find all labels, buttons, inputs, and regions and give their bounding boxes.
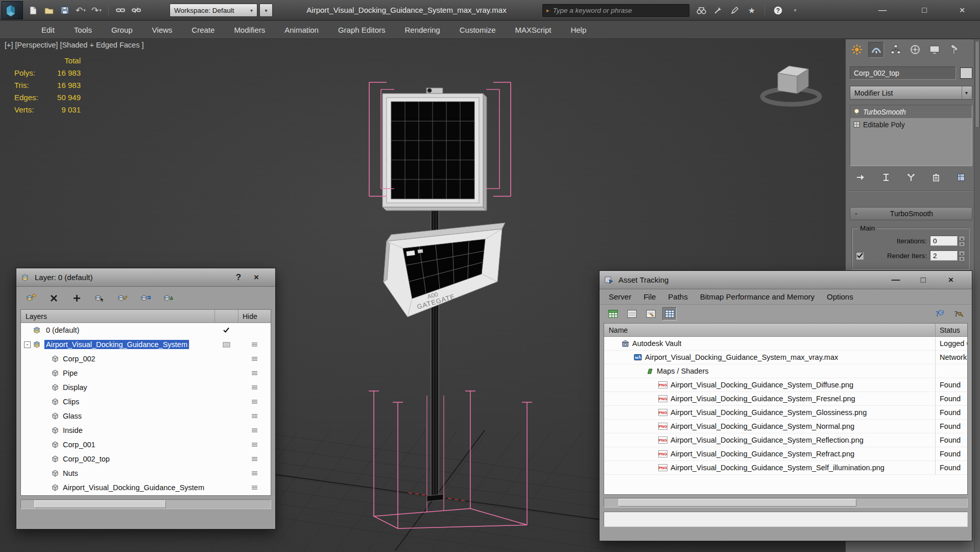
menu-group[interactable]: Group [102, 21, 142, 39]
help-key-button[interactable]: ? [951, 307, 966, 320]
menu-rendering[interactable]: Rendering [395, 21, 449, 39]
asset-dialog-titlebar[interactable]: Asset Tracking — □ × [600, 271, 972, 289]
spinner[interactable]: ▴▾ [959, 250, 965, 261]
create-new-layer-button[interactable] [23, 291, 38, 305]
asset-menu-bitmap-performance-and-memory[interactable]: Bitmap Performance and Memory [694, 292, 821, 301]
layer-row[interactable]: Display [21, 380, 271, 395]
tab-display-icon[interactable] [926, 42, 942, 58]
maximize-button[interactable]: □ [910, 0, 939, 20]
menu-views[interactable]: Views [142, 21, 182, 39]
help-dropdown-icon[interactable]: ▾ [788, 3, 802, 17]
value-field[interactable]: 0 [930, 236, 958, 246]
rollout-collapse-icon[interactable]: - [855, 210, 863, 218]
tab-utilities-icon[interactable] [946, 42, 962, 58]
current-layer-cell[interactable] [214, 327, 238, 333]
pin-stack-button[interactable] [854, 171, 868, 184]
save-file-button[interactable] [58, 3, 71, 17]
asset-dialog-maximize-button[interactable]: □ [917, 275, 930, 285]
asset-dialog-hscrollbar[interactable] [604, 498, 968, 508]
menu-customize[interactable]: Customize [450, 21, 506, 39]
asset-menu-file[interactable]: File [637, 292, 662, 301]
asset-row[interactable]: Airport_Visual_Docking_Guidance_System_m… [604, 351, 967, 364]
menu-create[interactable]: Create [182, 21, 224, 39]
column-status[interactable]: Status [935, 324, 967, 336]
collapse-toggle[interactable]: - [24, 341, 31, 348]
hide-cell[interactable] [238, 399, 271, 404]
tab-hierarchy-icon[interactable] [888, 42, 903, 58]
asset-dialog-close-button[interactable]: × [944, 275, 958, 285]
hide-cell[interactable] [238, 413, 271, 419]
hide-cell[interactable] [238, 342, 271, 347]
layer-row[interactable]: Corp_002 [21, 352, 271, 366]
minimize-button[interactable]: — [868, 0, 897, 20]
asset-menu-server[interactable]: Server [603, 292, 637, 301]
select-and-link-button[interactable] [114, 3, 127, 17]
hide-cell[interactable] [238, 428, 271, 433]
layer-row[interactable]: Pipe [21, 366, 271, 380]
modifier-stack[interactable]: TurboSmoothEditable Poly [850, 105, 972, 166]
refresh-table-button[interactable] [606, 307, 620, 320]
layer-dialog-titlebar[interactable]: Layer: 0 (default) ? × [16, 268, 275, 287]
layer-list-header[interactable]: Layers Hide [21, 310, 271, 323]
layer-row[interactable]: Corp_001 [21, 438, 271, 452]
make-unique-button[interactable] [904, 171, 918, 184]
modifier-list-dropdown[interactable]: Modifier List ▾ [850, 86, 972, 100]
hide-freeze-toggle-button[interactable] [161, 291, 176, 305]
hide-cell[interactable] [238, 385, 271, 390]
layer-row[interactable]: Glass [21, 409, 271, 423]
remove-modifier-button[interactable] [929, 171, 943, 184]
layer-dialog-close-button[interactable]: × [250, 272, 263, 283]
layer-row[interactable]: Inside [21, 423, 271, 438]
asset-row[interactable]: PNGAirport_Visual_Docking_Guidance_Syste… [604, 392, 967, 406]
hide-cell[interactable] [238, 471, 271, 476]
modifier-stack-item[interactable]: Editable Poly [850, 118, 972, 131]
asset-row[interactable]: PNGAirport_Visual_Docking_Guidance_Syste… [604, 406, 967, 420]
add-selection-to-layer-button[interactable] [69, 291, 84, 305]
tools-wrench-button[interactable] [711, 3, 725, 17]
scrollbar-thumb[interactable] [34, 500, 166, 508]
asset-row[interactable]: PNGAirport_Visual_Docking_Guidance_Syste… [604, 378, 967, 392]
asset-row[interactable]: PNGAirport_Visual_Docking_Guidance_Syste… [604, 447, 967, 461]
menu-tools[interactable]: Tools [64, 21, 102, 39]
pen-sign-button[interactable] [728, 3, 742, 17]
select-highlighted-objects-button[interactable] [92, 291, 107, 305]
panel-scrollbar[interactable] [974, 39, 980, 552]
tab-motion-icon[interactable] [907, 42, 923, 58]
rollout-turbosmooth-header[interactable]: - TurboSmooth [850, 207, 972, 220]
hide-cell[interactable] [238, 371, 271, 376]
help-refresh-button[interactable]: ? [933, 307, 947, 320]
configure-modifier-sets-button[interactable] [954, 171, 968, 184]
edit-paths-button[interactable] [643, 307, 658, 320]
tab-modify-icon[interactable] [868, 42, 884, 58]
asset-menu-paths[interactable]: Paths [662, 292, 694, 301]
search-input[interactable]: ▸ Type a keyword or phrase [542, 4, 689, 17]
workspace-menu-button[interactable]: ▾ [259, 4, 273, 17]
highlight-selected-layers-button[interactable] [138, 291, 153, 305]
menu-graph-editors[interactable]: Graph Editors [328, 21, 395, 39]
find-binoculars-button[interactable] [695, 3, 708, 17]
checkbox-checked[interactable] [856, 252, 864, 260]
layer-row[interactable]: Nuts [21, 466, 271, 480]
column-hide[interactable]: Hide [238, 310, 271, 323]
3dsmax-logo-icon[interactable] [2, 1, 23, 19]
undo-dropdown-icon[interactable]: ▾ [83, 8, 86, 13]
column-name[interactable]: Name [604, 326, 935, 334]
menu-maxscript[interactable]: MAXScript [506, 21, 561, 39]
menu-edit[interactable]: Edit [32, 21, 64, 39]
scrollbar-thumb[interactable] [975, 41, 979, 128]
table-view-button[interactable] [662, 307, 677, 320]
unlink-selection-button[interactable] [130, 3, 143, 17]
asset-menu-options[interactable]: Options [821, 292, 859, 301]
viewcube[interactable] [762, 66, 820, 104]
show-end-result-button[interactable] [879, 171, 893, 184]
viewport-label[interactable]: [+] [Perspective] [Shaded + Edged Faces … [5, 41, 144, 49]
hide-cell[interactable] [238, 356, 271, 361]
asset-row[interactable]: Maps / Shaders [604, 364, 967, 378]
close-button[interactable]: × [947, 0, 977, 20]
new-file-button[interactable] [27, 3, 40, 17]
layer-row[interactable]: Clips [21, 395, 271, 409]
undo-button[interactable]: ↶▾ [74, 3, 87, 17]
open-file-button[interactable] [42, 3, 56, 17]
asset-row[interactable]: PNGAirport_Visual_Docking_Guidance_Syste… [604, 433, 967, 447]
set-current-layer-button[interactable] [115, 291, 130, 305]
